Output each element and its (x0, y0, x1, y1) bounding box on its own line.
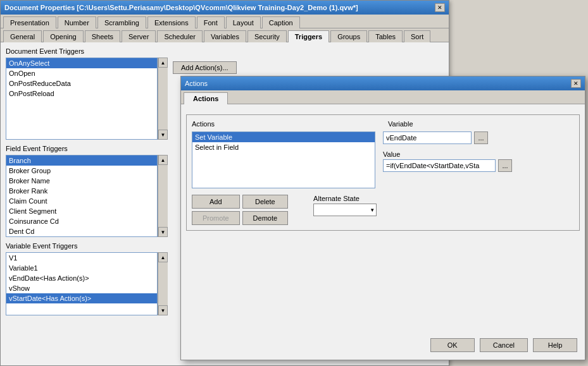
dialog-close-button[interactable]: ✕ (571, 79, 581, 88)
value-ellipsis-button[interactable]: ... (498, 159, 512, 172)
variable-input-row: ... (383, 131, 574, 144)
scroll-down-arrow[interactable]: ▼ (158, 227, 168, 237)
list-item[interactable]: Variable1 (6, 263, 157, 273)
actions-panel-headers: Actions Variable (192, 120, 574, 128)
tab-server[interactable]: Server (122, 30, 156, 42)
actions-list-area: Set Variable Select in Field ... Value (192, 131, 574, 188)
tab-scheduler[interactable]: Scheduler (157, 30, 203, 42)
alternate-state-label: Alternate State (313, 195, 377, 202)
scroll-up-arrow[interactable]: ▲ (158, 252, 168, 262)
list-item[interactable]: Dent Cd (6, 226, 157, 236)
action-buttons: Add Delete Promote Demote (192, 195, 288, 225)
actions-list-with-scroll: Set Variable Select in Field (192, 131, 375, 188)
tab-sheets[interactable]: Sheets (85, 30, 120, 42)
dialog-tab-row: Actions (181, 90, 585, 104)
field-list-scrollbar[interactable]: ▲ ▼ (158, 155, 168, 237)
tab-sort[interactable]: Sort (404, 30, 430, 42)
scroll-thumb (158, 68, 168, 130)
tab-font[interactable]: Font (197, 16, 225, 28)
list-item[interactable]: vEndDate<Has Action(s)> (6, 273, 157, 283)
list-item[interactable]: Broker Group (6, 166, 157, 176)
scroll-down-arrow[interactable]: ▼ (158, 130, 168, 140)
scroll-down-arrow[interactable]: ▼ (158, 305, 168, 315)
promote-button[interactable]: Promote (192, 211, 240, 225)
list-item[interactable]: OnPostReload (6, 88, 157, 99)
tab-general[interactable]: General (3, 30, 42, 42)
tab-extensions[interactable]: Extensions (147, 16, 196, 28)
alternate-state-area: Alternate State ▼ (313, 195, 377, 216)
variable-value-area: ... Value =if(vEndDate<vStartDate,vStart… (383, 131, 574, 188)
tab-number[interactable]: Number (58, 16, 96, 28)
list-item[interactable]: Claim Count (6, 196, 157, 206)
scroll-thumb (158, 165, 168, 227)
list-item[interactable]: Client Segment (6, 206, 157, 216)
chevron-down-icon: ▼ (370, 207, 375, 213)
list-item[interactable]: Branch (6, 156, 157, 166)
list-item[interactable]: Set Variable (192, 132, 375, 142)
main-title-text: Document Properties [C:\Users\Settu.Peri… (4, 4, 358, 11)
actions-col-label: Actions (192, 120, 215, 128)
list-item[interactable]: Broker Name (6, 176, 157, 186)
delete-button[interactable]: Delete (242, 195, 289, 209)
doc-event-triggers-label: Document Event Triggers (6, 47, 444, 55)
scroll-thumb (158, 262, 168, 305)
tab-row-2: General Opening Sheets Server Scheduler … (1, 28, 449, 42)
main-title-bar: Document Properties [C:\Users\Settu.Peri… (1, 1, 449, 15)
close-button[interactable]: ✕ (435, 3, 445, 12)
scroll-up-arrow[interactable]: ▲ (158, 58, 168, 68)
variable-input[interactable] (383, 131, 472, 144)
buttons-row: Add Delete Promote Demote Alternate Stat… (192, 195, 574, 225)
tab-variables[interactable]: Variables (204, 30, 246, 42)
tab-tables[interactable]: Tables (368, 30, 403, 42)
title-bar-buttons: ✕ (435, 3, 445, 12)
tab-security[interactable]: Security (247, 30, 287, 42)
cancel-button[interactable]: Cancel (480, 338, 528, 352)
add-action-button[interactable]: Add Action(s)... (173, 61, 237, 74)
tab-presentation[interactable]: Presentation (3, 16, 56, 28)
list-item[interactable]: OnOpen (6, 68, 157, 78)
dialog-tab-actions[interactable]: Actions (184, 92, 228, 104)
dialog-title-text: Actions (185, 80, 208, 87)
actions-list-container: Set Variable Select in Field (192, 131, 375, 188)
tab-caption[interactable]: Caption (262, 16, 300, 28)
dialog-title-bar: Actions ✕ (181, 76, 585, 90)
value-text: =if(vEndDate<vStartDate,vStart... (386, 162, 480, 169)
list-item[interactable]: V1 (6, 253, 157, 263)
doc-events-listbox[interactable]: OnAnySelect OnOpen OnPostReduceData OnPo… (6, 58, 158, 140)
actions-listbox[interactable]: Set Variable Select in Field (192, 131, 375, 188)
actions-panel: Actions Variable Set Variable Select in … (186, 114, 580, 231)
doc-list-scrollbar[interactable]: ▲ ▼ (158, 58, 168, 140)
variable-list-scrollbar[interactable]: ▲ ▼ (158, 252, 168, 315)
actions-dialog: Actions ✕ Actions Actions Variable (180, 76, 585, 360)
tab-scrambling[interactable]: Scrambling (97, 16, 146, 28)
add-button[interactable]: Add (192, 195, 240, 209)
list-item[interactable]: OnPostReduceData (6, 78, 157, 88)
dialog-inner-content: Actions Variable Set Variable Select in … (181, 109, 585, 236)
tab-layout[interactable]: Layout (226, 16, 261, 28)
alternate-state-select[interactable]: ▼ (313, 204, 377, 216)
list-item[interactable]: OnAnySelect (6, 58, 157, 68)
variable-events-listbox[interactable]: V1 Variable1 vEndDate<Has Action(s)> vSh… (6, 252, 158, 315)
list-item[interactable]: Coinsurance Cd (6, 216, 157, 226)
variable-ellipsis-button[interactable]: ... (474, 131, 488, 144)
tab-row-1: Presentation Number Scrambling Extension… (1, 15, 449, 28)
list-item[interactable]: vShow (6, 283, 157, 293)
tab-triggers[interactable]: Triggers (288, 30, 329, 42)
value-display: =if(vEndDate<vStartDate,vStart... (383, 159, 496, 172)
value-input-row: =if(vEndDate<vStartDate,vStart... ... (383, 159, 574, 172)
field-events-listbox[interactable]: Branch Broker Group Broker Name Broker R… (6, 155, 158, 237)
variable-col-label: Variable (388, 120, 413, 128)
list-item[interactable]: Broker Rank (6, 186, 157, 196)
ok-button[interactable]: OK (430, 338, 475, 352)
demote-button[interactable]: Demote (242, 211, 289, 225)
tab-opening[interactable]: Opening (43, 30, 84, 42)
doc-events-list-container: OnAnySelect OnOpen OnPostReduceData OnPo… (6, 58, 168, 140)
dialog-footer: OK Cancel Help (430, 338, 577, 352)
tab-groups[interactable]: Groups (330, 30, 367, 42)
list-item[interactable]: vStartDate<Has Action(s)> (6, 293, 157, 303)
scroll-up-arrow[interactable]: ▲ (158, 155, 168, 165)
value-label: Value (383, 150, 574, 158)
list-item[interactable]: Select in Field (192, 142, 375, 152)
help-button[interactable]: Help (533, 338, 577, 352)
